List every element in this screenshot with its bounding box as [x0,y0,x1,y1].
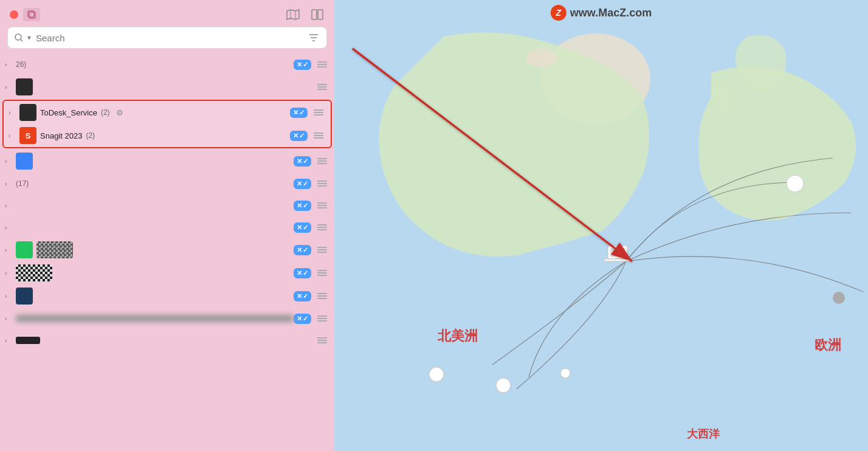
row-actions: ✕ ✓ [294,245,327,255]
action-check: ✓ [303,157,308,165]
svg-point-20 [429,367,444,382]
drag-handle[interactable] [317,293,327,299]
action-pair[interactable]: ✕ ✓ [294,245,311,255]
top-icons [286,7,325,22]
row-actions: ✕ ✓ [290,108,323,118]
action-pair[interactable]: ✕ ✓ [294,60,311,70]
chevron-icon: › [5,247,16,253]
action-pair[interactable]: ✕ ✓ [294,291,311,301]
action-x: ✕ [293,132,298,140]
action-pair[interactable]: ✕ ✓ [290,131,308,141]
svg-rect-5 [318,10,323,19]
action-pair[interactable]: ✕ ✓ [294,222,311,233]
drag-handle[interactable] [317,224,327,230]
chevron-icon: › [5,315,16,322]
row-actions: ✕ ✓ [294,179,327,189]
list-item[interactable]: › ✕ ✓ [0,195,334,216]
row-label [16,315,294,322]
drag-handle[interactable] [317,61,327,67]
drag-handle[interactable] [317,158,327,164]
svg-text:大西洋: 大西洋 [686,428,720,440]
action-x: ✕ [297,202,302,210]
row-actions: ✕ ✓ [294,314,327,324]
list-item[interactable]: › [0,329,334,351]
list-item[interactable]: › ✕ ✓ [0,308,334,329]
drag-handle[interactable] [314,133,323,139]
action-pair[interactable]: ✕ ✓ [294,201,311,211]
world-map: 北美洲 欧洲 大西洋 [334,0,868,451]
list-item[interactable]: › ✕ ✓ [0,238,334,261]
list-item[interactable]: › (17) ✕ ✓ [0,173,334,195]
list-item[interactable]: › ✕ ✓ [0,150,334,173]
gear-icon[interactable]: ⚙ [116,108,123,117]
action-pair[interactable]: ✕ ✓ [294,179,311,189]
list-item-todesk[interactable]: › ToDesk_Service (2) ⚙ ✕ ✓ [4,101,331,124]
svg-text:欧洲: 欧洲 [815,337,841,353]
action-x: ✕ [293,109,298,117]
action-check: ✓ [303,246,308,254]
row-actions: ✕ ✓ [294,222,327,233]
list-area: › 26) ✕ ✓ › [0,53,334,451]
drag-handle[interactable] [317,181,327,187]
list-item-snagit[interactable]: › S Snagit 2023 (2) ✕ ✓ [4,124,331,147]
close-button[interactable] [10,10,18,19]
drag-handle[interactable] [317,315,327,322]
row-label: (17) [16,179,294,188]
action-check: ✓ [303,180,308,188]
svg-line-7 [21,40,22,41]
search-bar[interactable]: ▾ [7,27,327,49]
search-input[interactable] [36,33,303,43]
svg-point-13 [526,49,556,67]
action-x: ✕ [297,157,302,165]
action-pair[interactable]: ✕ ✓ [294,268,311,278]
svg-rect-19 [610,248,625,256]
row-actions: ✕ ✓ [290,131,323,141]
action-x: ✕ [297,61,302,69]
drag-handle[interactable] [314,109,323,115]
svg-rect-18 [604,259,631,261]
svg-text:北美洲: 北美洲 [437,328,478,343]
row-thumbnail [16,78,33,95]
svg-point-15 [787,175,804,192]
row-actions: ✕ ✓ [294,156,327,167]
window-controls [10,8,40,21]
map-area: Z www.MacZ.com [334,0,868,451]
layout-icon[interactable] [310,7,325,22]
pixel-thumbnail2 [16,264,52,281]
action-x: ✕ [297,292,302,300]
drag-handle[interactable] [317,337,327,343]
highlight-group: › ToDesk_Service (2) ⚙ ✕ ✓ [2,100,332,148]
action-pair[interactable]: ✕ ✓ [290,108,308,118]
list-item[interactable]: › [0,75,334,98]
action-pair[interactable]: ✕ ✓ [294,314,311,324]
action-check: ✓ [299,109,305,117]
chevron-icon: › [5,293,16,300]
drag-handle[interactable] [317,270,327,276]
row-thumbnail [16,337,40,344]
copy-button[interactable] [23,8,40,21]
drag-handle[interactable] [317,202,327,208]
map-icon[interactable] [286,7,300,22]
filter-button[interactable] [307,31,320,44]
action-x: ✕ [297,269,302,277]
top-bar [0,0,334,27]
action-pair[interactable]: ✕ ✓ [294,156,311,167]
list-item[interactable]: › ✕ ✓ [0,216,334,238]
drag-handle[interactable] [317,247,327,253]
snagit-name: Snagit 2023 [40,131,82,140]
row-label: 26) [16,60,294,69]
svg-point-22 [560,368,570,378]
list-item[interactable]: › ✕ ✓ [0,261,334,284]
row-count: 26) [16,60,26,69]
list-item[interactable]: › 26) ✕ ✓ [0,53,334,75]
row-actions: ✕ ✓ [294,268,327,278]
action-check: ✓ [303,202,308,210]
todesk-name: ToDesk_Service [40,108,97,117]
row-actions: ✕ ✓ [294,291,327,301]
snagit-count: (2) [86,131,95,140]
list-item[interactable]: › ✕ ✓ [0,284,334,308]
snagit-label: Snagit 2023 (2) [40,131,290,140]
drag-handle[interactable] [317,84,327,90]
svg-rect-4 [312,10,317,19]
chevron-icon: › [5,337,16,344]
